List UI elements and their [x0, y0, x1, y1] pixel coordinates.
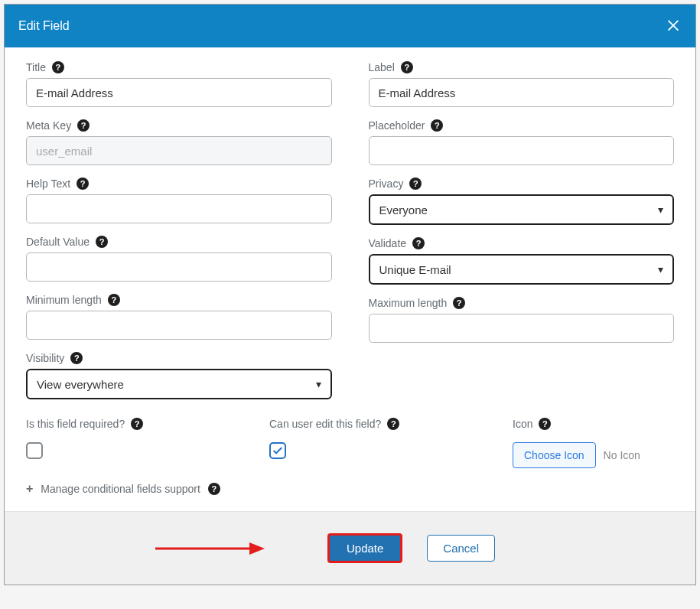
label-label: Label: [369, 61, 395, 73]
meta-key-label: Meta Key: [26, 119, 71, 132]
visibility-label: Visibility: [26, 352, 64, 364]
editable-label: Can user edit this field?: [269, 418, 381, 430]
icon-label: Icon: [513, 418, 532, 430]
max-length-input[interactable]: [369, 314, 675, 343]
help-icon[interactable]: ?: [412, 237, 425, 249]
svg-marker-1: [249, 542, 265, 555]
editable-checkbox[interactable]: [269, 442, 286, 459]
required-checkbox[interactable]: [26, 442, 43, 459]
help-icon[interactable]: ?: [96, 236, 108, 248]
min-length-label: Minimum length: [26, 294, 102, 306]
close-icon[interactable]: [665, 15, 682, 37]
max-length-label: Maximum length: [369, 297, 448, 309]
help-text-input[interactable]: [26, 194, 332, 223]
help-icon[interactable]: ?: [77, 177, 89, 190]
no-icon-text: No Icon: [604, 449, 640, 461]
label-input[interactable]: [369, 78, 675, 107]
modal-title: Edit Field: [18, 19, 70, 33]
help-icon[interactable]: ?: [401, 61, 413, 73]
arrow-annotation: [151, 537, 266, 560]
help-icon[interactable]: ?: [77, 119, 90, 132]
modal-body: Title ? Meta Key ? Help Text ?: [5, 47, 695, 511]
chevron-down-icon: ▾: [658, 263, 663, 275]
help-icon[interactable]: ?: [131, 418, 143, 430]
title-label: Title: [26, 61, 46, 73]
modal-footer: Update Cancel: [5, 511, 695, 585]
conditional-fields-toggle[interactable]: + Manage conditional fields support ?: [26, 482, 674, 496]
edit-field-modal: Edit Field Title ? Meta Key ?: [4, 4, 696, 585]
right-column: Label ? Placeholder ? Privacy ?: [369, 61, 675, 412]
validate-value: Unique E-mail: [379, 263, 451, 276]
choose-icon-button[interactable]: Choose Icon: [513, 442, 596, 468]
placeholder-label: Placeholder: [369, 119, 425, 132]
required-label: Is this field required?: [26, 418, 125, 430]
privacy-label: Privacy: [369, 177, 404, 190]
title-input[interactable]: [26, 78, 332, 107]
visibility-select[interactable]: View everywhere ▾: [26, 369, 332, 399]
help-icon[interactable]: ?: [539, 418, 551, 430]
default-value-label: Default Value: [26, 236, 90, 248]
meta-key-input: [26, 136, 332, 165]
chevron-down-icon: ▾: [316, 378, 321, 390]
plus-icon: +: [26, 482, 33, 496]
privacy-select[interactable]: Everyone ▾: [369, 194, 675, 225]
cancel-button[interactable]: Cancel: [427, 535, 495, 562]
help-icon[interactable]: ?: [108, 294, 120, 306]
conditional-label: Manage conditional fields support: [41, 483, 200, 495]
help-icon[interactable]: ?: [208, 483, 220, 495]
placeholder-input[interactable]: [369, 136, 675, 165]
default-value-input[interactable]: [26, 252, 332, 282]
left-column: Title ? Meta Key ? Help Text ?: [26, 61, 332, 412]
update-button[interactable]: Update: [327, 533, 402, 563]
modal-header: Edit Field: [5, 5, 695, 47]
visibility-value: View everywhere: [37, 378, 124, 391]
help-icon[interactable]: ?: [52, 61, 64, 73]
help-icon[interactable]: ?: [409, 177, 422, 190]
help-icon[interactable]: ?: [431, 119, 443, 132]
validate-select[interactable]: Unique E-mail ▾: [369, 254, 675, 285]
help-icon[interactable]: ?: [453, 297, 465, 309]
help-text-label: Help Text: [26, 177, 70, 190]
chevron-down-icon: ▾: [658, 204, 663, 216]
validate-label: Validate: [369, 237, 407, 249]
privacy-value: Everyone: [379, 204, 428, 217]
help-icon[interactable]: ?: [387, 418, 399, 430]
help-icon[interactable]: ?: [70, 352, 83, 364]
min-length-input[interactable]: [26, 311, 332, 340]
